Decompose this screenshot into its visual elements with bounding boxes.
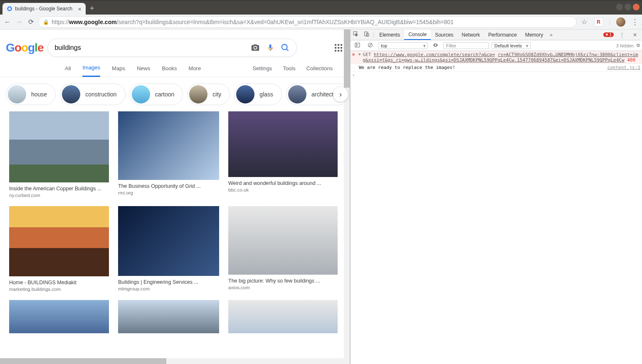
- result-card[interactable]: Weird and wonderful buildings around ...…: [228, 111, 338, 198]
- nav-books[interactable]: Books: [162, 65, 177, 76]
- log-source-link[interactable]: content.js:1: [605, 65, 640, 70]
- result-host: bbc.co.uk: [228, 187, 338, 192]
- console-log: ⊗ ▶ GET https://www.google.com/complete/…: [351, 51, 642, 79]
- result-card[interactable]: Home - BUILDINGS Mediakitmarketing.build…: [9, 206, 109, 292]
- error-icon: ⊗: [352, 52, 357, 57]
- result-host: rmi.org: [118, 190, 219, 195]
- result-host: marketing.buildings.com: [9, 287, 109, 292]
- expand-icon[interactable]: ▶: [359, 52, 361, 56]
- nav-maps[interactable]: Maps: [112, 65, 125, 76]
- chip-house[interactable]: house: [6, 84, 56, 105]
- context-selector[interactable]: top: [378, 42, 428, 49]
- browser-tab[interactable]: buildings - Google Search ×: [2, 3, 86, 15]
- result-title: The big picture: Why so few buildings ..…: [228, 278, 338, 284]
- error-count-badge[interactable]: 1: [603, 32, 614, 37]
- chip-label: house: [31, 91, 47, 98]
- chip-thumb: [8, 85, 26, 103]
- bookmark-star-icon[interactable]: ☆: [580, 18, 588, 26]
- console-sidebar-toggle-icon[interactable]: [352, 42, 363, 49]
- search-icon[interactable]: [281, 43, 290, 52]
- new-tab-button[interactable]: +: [86, 2, 99, 15]
- devtools-close-icon[interactable]: ✕: [630, 32, 640, 38]
- svg-rect-5: [365, 32, 368, 36]
- clear-console-icon[interactable]: [365, 42, 375, 49]
- chip-label: construction: [85, 91, 116, 98]
- console-toolbar: top Filter Default levels 3 hidden ⚙: [351, 40, 642, 51]
- suggestion-chips: houseconstructioncartooncityglassarchite…: [0, 77, 350, 111]
- result-title: The Business Opportunity of Grid ...: [118, 183, 219, 189]
- live-expression-icon[interactable]: [430, 42, 441, 49]
- console-prompt[interactable]: ›: [351, 71, 642, 79]
- result-thumbnail: [9, 300, 109, 333]
- result-thumbnail: [118, 206, 219, 276]
- hidden-messages[interactable]: 3 hidden: [616, 43, 634, 48]
- nav-more[interactable]: More: [189, 65, 201, 76]
- result-title: Buildings | Engineering Services ...: [118, 279, 219, 285]
- devtools-menu-icon[interactable]: ⋮: [617, 32, 627, 38]
- devtools-tab-elements[interactable]: Elements: [375, 30, 404, 40]
- result-title: Home - BUILDINGS Mediakit: [9, 280, 109, 285]
- chip-thumb: [288, 85, 306, 103]
- result-card[interactable]: [118, 300, 219, 333]
- window-maximize-button[interactable]: [625, 4, 631, 10]
- url-field[interactable]: 🔒 https://www.google.com/search?q=buildi…: [38, 16, 577, 28]
- camera-icon[interactable]: [251, 43, 260, 52]
- chip-city[interactable]: city: [187, 84, 230, 105]
- chip-construction[interactable]: construction: [60, 84, 125, 105]
- nav-images[interactable]: Images: [82, 64, 100, 77]
- browser-menu-icon[interactable]: ⋮: [631, 17, 639, 27]
- forward-button[interactable]: →: [15, 18, 23, 26]
- search-input[interactable]: [54, 44, 245, 52]
- url-text: https://www.google.com/search?q=building…: [52, 19, 572, 25]
- result-card[interactable]: The big picture: Why so few buildings ..…: [228, 206, 338, 292]
- tab-title: buildings - Google Search: [15, 6, 72, 12]
- devtools-tab-network[interactable]: Network: [457, 30, 484, 40]
- nav-all[interactable]: All: [65, 65, 71, 76]
- chip-thumb: [236, 85, 254, 103]
- result-card[interactable]: The Business Opportunity of Grid ...rmi.…: [118, 111, 219, 198]
- chips-next-icon[interactable]: ›: [333, 87, 348, 102]
- reload-button[interactable]: ⟳: [27, 18, 35, 26]
- result-thumbnail: [9, 206, 109, 276]
- nav-collections[interactable]: Collections: [306, 65, 333, 76]
- console-error-row[interactable]: ⊗ ▶ GET https://www.google.com/complete/…: [351, 51, 642, 64]
- search-box[interactable]: [47, 39, 297, 57]
- google-logo[interactable]: Google: [6, 41, 43, 54]
- result-card[interactable]: Buildings | Engineering Services ...mlmg…: [118, 206, 219, 292]
- result-card[interactable]: [228, 300, 338, 333]
- nav-news[interactable]: News: [137, 65, 151, 76]
- result-host: axios.com: [228, 285, 338, 290]
- svg-line-10: [369, 44, 372, 47]
- result-card[interactable]: Inside the American Copper Buildings ...…: [9, 111, 109, 198]
- console-filter[interactable]: Filter: [443, 42, 489, 49]
- console-log-row[interactable]: We are ready to replace the images! cont…: [351, 64, 642, 71]
- mic-icon[interactable]: [266, 43, 275, 52]
- devtools-tab-memory[interactable]: Memory: [521, 30, 547, 40]
- log-level-selector[interactable]: Default levels: [491, 42, 531, 49]
- devtools-tab-console[interactable]: Console: [404, 30, 431, 40]
- vertical-scrollbar[interactable]: [344, 30, 350, 364]
- device-mode-icon[interactable]: [361, 31, 372, 38]
- devtools-tab-sources[interactable]: Sources: [431, 30, 457, 40]
- horizontal-scrollbar[interactable]: [0, 358, 350, 364]
- google-apps-icon[interactable]: [335, 44, 342, 52]
- window-minimize-button[interactable]: [616, 4, 623, 10]
- inspect-icon[interactable]: [351, 31, 361, 38]
- extension-icon[interactable]: R: [594, 17, 603, 27]
- devtools-tabs-overflow-icon[interactable]: »: [547, 32, 555, 38]
- error-url[interactable]: https://www.google.com/complete/search?q…: [374, 52, 495, 57]
- chip-glass[interactable]: glass: [234, 84, 282, 105]
- nav-settings[interactable]: Settings: [252, 65, 272, 76]
- nav-tools[interactable]: Tools: [283, 65, 295, 76]
- devtools-tab-performance[interactable]: Performance: [484, 30, 521, 40]
- chip-label: city: [212, 91, 221, 98]
- chip-cartoon[interactable]: cartoon: [130, 84, 183, 105]
- console-settings-icon[interactable]: ⚙: [636, 43, 640, 48]
- result-card[interactable]: [9, 300, 109, 333]
- tab-close-icon[interactable]: ×: [78, 5, 81, 12]
- search-nav: All Images Maps News Books More Settings…: [0, 57, 350, 77]
- window-close-button[interactable]: [633, 4, 640, 10]
- svg-point-1: [8, 7, 11, 10]
- profile-avatar[interactable]: [616, 17, 625, 27]
- back-button[interactable]: ←: [3, 18, 12, 26]
